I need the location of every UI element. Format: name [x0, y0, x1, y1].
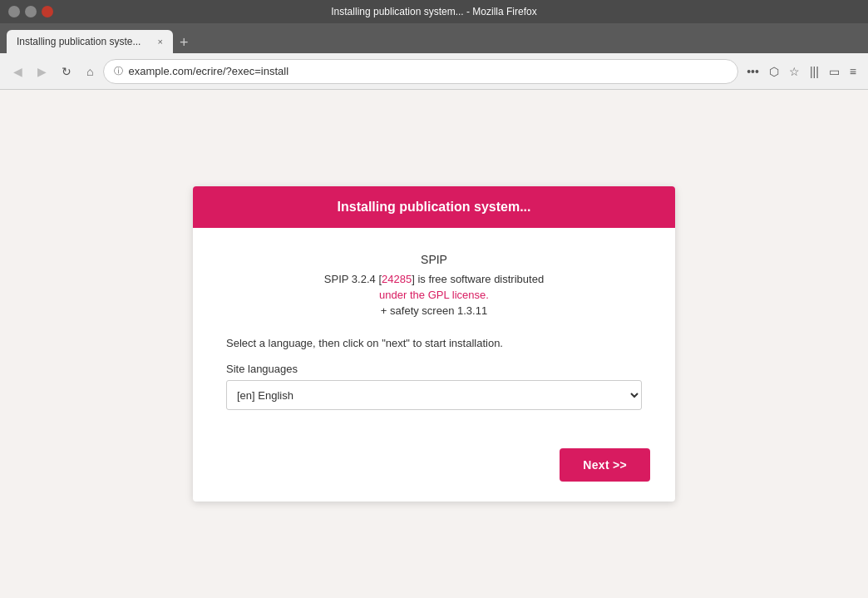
back-button[interactable]: ◀: [8, 62, 27, 82]
page-content: Installing publication system... SPIP SP…: [0, 90, 868, 598]
library-button[interactable]: |||: [806, 62, 822, 82]
browser-tabbar: Installing publication syste... × +: [0, 23, 868, 53]
window-title: Installing publication system... - Mozil…: [58, 6, 810, 17]
sidebar-button[interactable]: ▭: [826, 62, 843, 82]
bookmark-button[interactable]: ☆: [786, 62, 803, 82]
close-button[interactable]: [42, 6, 53, 17]
version-link[interactable]: 24285: [382, 273, 412, 285]
spip-safety-line: + safety screen 1.3.11: [226, 304, 642, 317]
pocket-button[interactable]: ⬡: [766, 62, 782, 82]
minimize-button[interactable]: [8, 6, 20, 17]
address-bar-wrapper: ⓘ: [103, 59, 738, 84]
new-tab-button[interactable]: +: [173, 34, 195, 52]
menu-button[interactable]: ≡: [846, 62, 860, 82]
instruction-text: Select a language, then click on "next" …: [226, 337, 642, 349]
dialog-footer: Next >>: [193, 435, 675, 502]
browser-titlebar: Installing publication system... - Mozil…: [0, 0, 868, 23]
dialog-header: Installing publication system...: [193, 186, 675, 228]
reload-button[interactable]: ↻: [57, 62, 76, 82]
spip-title: SPIP: [226, 253, 642, 266]
tab-close-icon[interactable]: ×: [158, 37, 163, 47]
version-text-before: SPIP 3.2.4 [: [324, 273, 382, 285]
dialog-body: SPIP SPIP 3.2.4 [24285] is free software…: [193, 228, 675, 435]
spip-license-line: under the GPL license.: [226, 289, 642, 301]
home-button[interactable]: ⌂: [81, 62, 98, 82]
install-dialog: Installing publication system... SPIP SP…: [193, 186, 675, 502]
language-select[interactable]: [en] English [fr] Français [de] Deutsch …: [226, 380, 642, 410]
toolbar-actions: ••• ⬡ ☆ ||| ▭ ≡: [743, 62, 860, 82]
active-tab[interactable]: Installing publication syste... ×: [7, 30, 173, 53]
version-text-after: ] is free software distributed: [412, 273, 544, 285]
tab-label: Installing publication syste...: [17, 36, 141, 47]
next-button[interactable]: Next >>: [560, 448, 650, 482]
dialog-title: Installing publication system...: [338, 200, 531, 214]
spip-version-line: SPIP 3.2.4 [24285] is free software dist…: [226, 273, 642, 285]
site-languages-label: Site languages: [226, 363, 642, 375]
maximize-button[interactable]: [25, 6, 37, 17]
lock-icon: ⓘ: [114, 65, 123, 77]
browser-toolbar: ◀ ▶ ↻ ⌂ ⓘ ••• ⬡ ☆ ||| ▭ ≡: [0, 53, 868, 90]
more-button[interactable]: •••: [743, 62, 762, 82]
address-input[interactable]: [128, 65, 727, 77]
forward-button[interactable]: ▶: [32, 62, 52, 82]
